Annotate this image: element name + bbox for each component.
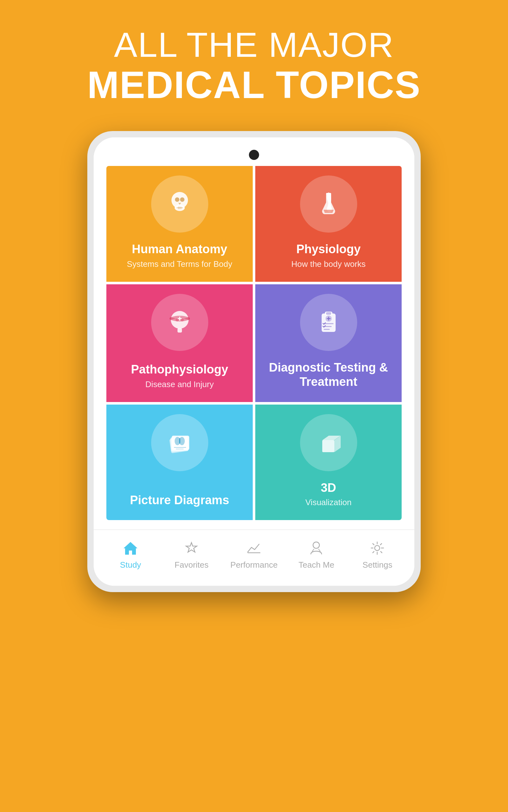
diagnostic-icon-circle [300, 294, 357, 351]
grid-cell-anatomy[interactable]: Human Anatomy Systems and Terms for Body [107, 166, 253, 282]
picture-icon-circle [151, 414, 208, 471]
phone-mockup: Human Anatomy Systems and Terms for Body [87, 131, 421, 592]
patho-subtitle: Disease and Injury [145, 380, 214, 389]
nav-label-study: Study [120, 560, 141, 570]
threed-icon [313, 427, 344, 459]
nav-item-settings[interactable]: Settings [355, 539, 400, 570]
svg-rect-11 [177, 328, 182, 333]
svg-point-4 [180, 197, 184, 202]
diagnostic-title: Diagnostic Testing & Treatment [262, 361, 395, 389]
nav-item-study[interactable]: Study [108, 539, 153, 570]
grid-cell-physiology[interactable]: Physiology How the body works [255, 166, 401, 282]
topic-grid: Human Anatomy Systems and Terms for Body [107, 166, 401, 520]
svg-rect-30 [179, 438, 180, 444]
threed-title: 3D [321, 481, 336, 495]
patho-title: Pathophysiology [131, 363, 228, 377]
svg-rect-9 [326, 193, 331, 195]
nav-label-favorites: Favorites [175, 560, 209, 570]
svg-point-39 [313, 542, 320, 548]
phone-screen: Human Anatomy Systems and Terms for Body [94, 137, 414, 586]
physiology-subtitle: How the body works [291, 259, 366, 269]
svg-rect-33 [322, 440, 334, 452]
grid-cell-3d[interactable]: 3D Visualization [255, 404, 401, 520]
picture-title: Picture Diagrams [130, 493, 229, 508]
diagnostic-icon [313, 306, 344, 338]
page-header: ALL THE MAJOR MEDICAL TOPICS [87, 26, 421, 106]
physiology-title: Physiology [296, 242, 361, 257]
home-icon [122, 539, 139, 557]
anatomy-icon [164, 188, 196, 220]
nav-label-performance: Performance [230, 560, 278, 570]
bottom-nav: Study Favorites Performance [94, 530, 414, 586]
threed-icon-circle [300, 414, 357, 471]
physiology-icon [313, 188, 344, 220]
threed-subtitle: Visualization [305, 497, 352, 508]
nav-item-favorites[interactable]: Favorites [169, 539, 214, 570]
grid-cell-patho[interactable]: Pathophysiology Disease and Injury [107, 284, 253, 402]
nav-label-settings: Settings [363, 560, 392, 570]
physiology-icon-circle [300, 176, 357, 233]
nav-item-performance[interactable]: Performance [230, 539, 278, 570]
nav-item-teachme[interactable]: Teach Me [294, 539, 339, 570]
svg-rect-18 [326, 312, 331, 315]
star-icon [183, 539, 200, 557]
anatomy-icon-circle [151, 176, 208, 233]
picture-icon [164, 427, 196, 459]
anatomy-subtitle: Systems and Terms for Body [127, 259, 232, 269]
nav-label-teachme: Teach Me [298, 560, 334, 570]
app-content: Human Anatomy Systems and Terms for Body [94, 166, 414, 530]
teach-icon [308, 539, 325, 557]
patho-icon [164, 306, 196, 338]
phone-camera [249, 150, 259, 160]
header-line2: MEDICAL TOPICS [87, 64, 421, 106]
svg-point-42 [375, 545, 380, 551]
header-line1: ALL THE MAJOR [87, 26, 421, 64]
patho-icon-circle [151, 294, 208, 351]
chart-icon [245, 539, 263, 557]
settings-icon [369, 539, 386, 557]
phone-top-bar [94, 137, 414, 166]
anatomy-title: Human Anatomy [132, 242, 227, 257]
grid-cell-diagnostic[interactable]: Diagnostic Testing & Treatment [255, 284, 401, 402]
grid-cell-picture[interactable]: Picture Diagrams [107, 404, 253, 520]
svg-point-3 [175, 197, 179, 202]
